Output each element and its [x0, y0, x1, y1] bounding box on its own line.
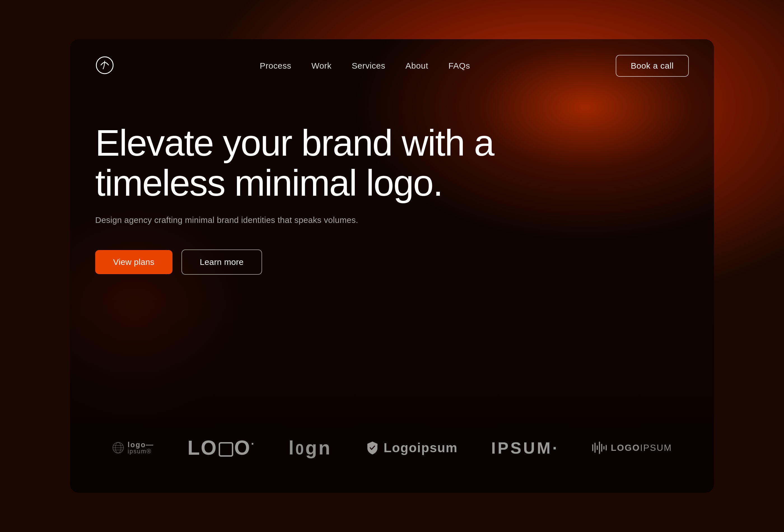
- nav-process[interactable]: Process: [260, 61, 291, 70]
- learn-more-button[interactable]: Learn more: [181, 250, 262, 275]
- view-plans-button[interactable]: View plans: [95, 250, 172, 274]
- partner-logo-2: LOO·: [187, 436, 255, 459]
- partner-logo-4-text: Logoipsum: [384, 440, 457, 455]
- svg-rect-9: [599, 442, 600, 454]
- hero-buttons: View plans Learn more: [95, 250, 689, 275]
- svg-rect-7: [594, 443, 595, 453]
- waveform-icon: [592, 442, 607, 454]
- hero-title: Elevate your brand with a timeless minim…: [95, 123, 515, 203]
- nav-services[interactable]: Services: [352, 61, 385, 70]
- nav-about[interactable]: About: [405, 61, 428, 70]
- shield-icon: [365, 441, 380, 455]
- partner-logo-6-text: LOGOIPSUM: [611, 443, 672, 453]
- partner-logo-1: logo— ipsum®: [112, 441, 154, 454]
- nav-work[interactable]: Work: [311, 61, 332, 70]
- nav-faqs[interactable]: FAQs: [448, 61, 470, 70]
- nav-links: Process Work Services About FAQs: [260, 61, 470, 71]
- navbar: Process Work Services About FAQs Book a …: [70, 39, 714, 92]
- partner-logo-3: l0gn: [289, 437, 332, 459]
- main-container: Process Work Services About FAQs Book a …: [70, 39, 714, 493]
- book-call-button[interactable]: Book a call: [616, 55, 689, 77]
- logos-bar: logo— ipsum® LOO· l0gn Logoipsum: [70, 436, 714, 459]
- svg-rect-10: [601, 444, 602, 452]
- partner-logo-4: Logoipsum: [365, 440, 457, 455]
- partner-logo-1-text: logo— ipsum®: [128, 441, 154, 454]
- partner-logo-3-text: l0gn: [289, 437, 332, 459]
- partner-logo-5-text: IPSUM·: [491, 439, 559, 457]
- hero-subtitle: Design agency crafting minimal brand ide…: [95, 215, 689, 225]
- partner-logo-5: IPSUM·: [491, 439, 559, 457]
- svg-rect-11: [604, 446, 605, 449]
- hero-section: Elevate your brand with a timeless minim…: [70, 92, 714, 275]
- svg-rect-6: [592, 444, 593, 451]
- partner-logo-6: LOGOIPSUM: [592, 442, 672, 454]
- logo[interactable]: [95, 56, 114, 76]
- globe-icon: [112, 442, 124, 454]
- svg-point-0: [96, 57, 113, 74]
- svg-rect-8: [597, 446, 598, 450]
- partner-logo-2-text: LOO·: [187, 436, 255, 459]
- svg-rect-12: [606, 445, 607, 450]
